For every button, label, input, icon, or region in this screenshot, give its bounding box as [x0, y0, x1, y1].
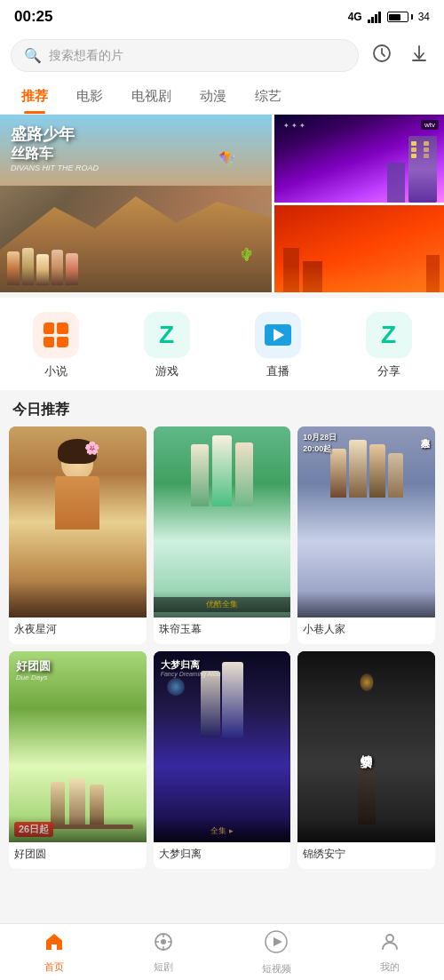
- tab-movie[interactable]: 电影: [62, 79, 117, 114]
- tab-animation[interactable]: 动漫: [186, 79, 241, 114]
- banner-section: 盛路少年 丝路车 DIVANS HIT THE ROAD 🪁 🌵: [0, 115, 444, 292]
- share-icon: Z: [381, 323, 396, 347]
- card-image-1: 🌸: [9, 426, 147, 617]
- card-title-2: 珠帘玉幕: [154, 617, 291, 644]
- card-jinxiu[interactable]: 锦绣安宁 锦绣安宁: [297, 651, 435, 869]
- share-label: 分享: [377, 363, 400, 379]
- nav-video[interactable]: 短视频: [248, 924, 305, 981]
- novel-icon-bg: [33, 312, 79, 358]
- nav-profile-label: 我的: [380, 960, 400, 974]
- svg-point-7: [161, 939, 166, 944]
- search-header: 🔍 搜索想看的片: [0, 32, 444, 79]
- card-image-5: 大梦归离 Fancy Dreaming Alias 全集 ▸: [154, 651, 291, 842]
- search-icon: 🔍: [24, 47, 42, 64]
- wtv-badge: wtv: [421, 120, 439, 130]
- home-icon: [44, 931, 65, 958]
- card-image-4: 好团圆 Due Days 26日起: [9, 651, 147, 842]
- category-section: 小说 Z 游戏 直播 Z 分享: [0, 298, 444, 390]
- category-share[interactable]: Z 分享: [366, 312, 412, 379]
- search-bar[interactable]: 🔍 搜索想看的片: [11, 39, 359, 72]
- nav-home-label: 首页: [44, 960, 64, 974]
- signal-text: 4G: [348, 11, 362, 23]
- nav-drama[interactable]: 短剧: [139, 926, 188, 979]
- card-haotuan[interactable]: 好团圆 Due Days 26日起 好团圆: [9, 651, 147, 869]
- card-zhulian[interactable]: 优酷全集 珠帘玉幕: [154, 426, 291, 644]
- svg-rect-2: [375, 14, 377, 23]
- card-title-5: 大梦归离: [154, 842, 291, 869]
- nav-profile[interactable]: 我的: [365, 926, 415, 979]
- card-dameng[interactable]: 大梦归离 Fancy Dreaming Alias 全集 ▸ 大梦归离: [154, 651, 291, 869]
- today-recommend-title: 今日推荐: [0, 390, 444, 426]
- game-icon-bg: Z: [144, 312, 190, 358]
- nav-drama-label: 短剧: [154, 960, 173, 974]
- card-yongye[interactable]: 🌸 永夜星河: [9, 426, 147, 644]
- profile-icon: [379, 931, 400, 958]
- banner-side[interactable]: wtv ✦ ✦ ✦: [274, 115, 444, 292]
- novel-icon: [44, 323, 68, 347]
- nav-video-label: 短视频: [262, 962, 291, 976]
- tab-variety[interactable]: 综艺: [241, 79, 296, 114]
- tab-recommend[interactable]: 推荐: [7, 79, 62, 114]
- card-image-3: 10月28日20:00起 小巷人家: [297, 426, 435, 617]
- signal-icon: [368, 11, 382, 23]
- status-icons: 4G 34: [348, 11, 430, 23]
- content-grid-row2: 好团圆 Due Days 26日起 好团圆 大梦归离 Fancy Dreamin…: [0, 651, 444, 876]
- banner-side-bottom[interactable]: [274, 205, 444, 293]
- svg-marker-13: [274, 937, 282, 946]
- card-xiaogang[interactable]: 10月28日20:00起 小巷人家 小巷人家: [297, 426, 435, 644]
- nav-home[interactable]: 首页: [29, 926, 79, 979]
- content-grid-row1: 🌸 永夜星河 优酷全集 珠帘玉幕: [0, 426, 444, 644]
- live-icon: [265, 324, 291, 346]
- history-icon[interactable]: [368, 39, 396, 72]
- battery-icon: [387, 12, 413, 22]
- card-title-3: 小巷人家: [297, 617, 435, 644]
- banner-main[interactable]: 盛路少年 丝路车 DIVANS HIT THE ROAD 🪁 🌵: [0, 115, 272, 292]
- category-live[interactable]: 直播: [255, 312, 301, 379]
- bottom-nav: 首页 短剧 短视频: [0, 923, 444, 980]
- video-icon: [264, 929, 289, 960]
- search-placeholder: 搜索想看的片: [49, 48, 123, 64]
- category-game[interactable]: Z 游戏: [144, 312, 190, 379]
- novel-label: 小说: [44, 363, 67, 379]
- card-title-6: 锦绣安宁: [297, 842, 435, 869]
- card-image-6: 锦绣安宁: [297, 651, 435, 842]
- live-label: 直播: [266, 363, 289, 379]
- drama-icon: [153, 931, 174, 958]
- svg-rect-1: [371, 17, 374, 23]
- battery-level: 34: [418, 11, 430, 23]
- card-image-2: 优酷全集: [154, 426, 291, 617]
- banner-side-top[interactable]: wtv ✦ ✦ ✦: [274, 115, 444, 203]
- status-bar: 00:25 4G 34: [0, 0, 444, 32]
- svg-point-14: [386, 935, 393, 942]
- svg-rect-0: [368, 20, 370, 23]
- share-icon-bg: Z: [366, 312, 412, 358]
- tab-tvdrama[interactable]: 电视剧: [117, 79, 186, 114]
- svg-rect-3: [378, 12, 381, 23]
- status-time: 00:25: [14, 8, 52, 26]
- game-icon: Z: [159, 323, 174, 347]
- card-title-1: 永夜星河: [9, 617, 147, 644]
- live-icon-bg: [255, 312, 301, 358]
- card-title-4: 好团圆: [9, 842, 147, 869]
- game-label: 游戏: [155, 363, 178, 379]
- nav-tabs: 推荐 电影 电视剧 动漫 综艺: [0, 79, 444, 115]
- download-icon[interactable]: [405, 39, 433, 72]
- category-novel[interactable]: 小说: [33, 312, 79, 379]
